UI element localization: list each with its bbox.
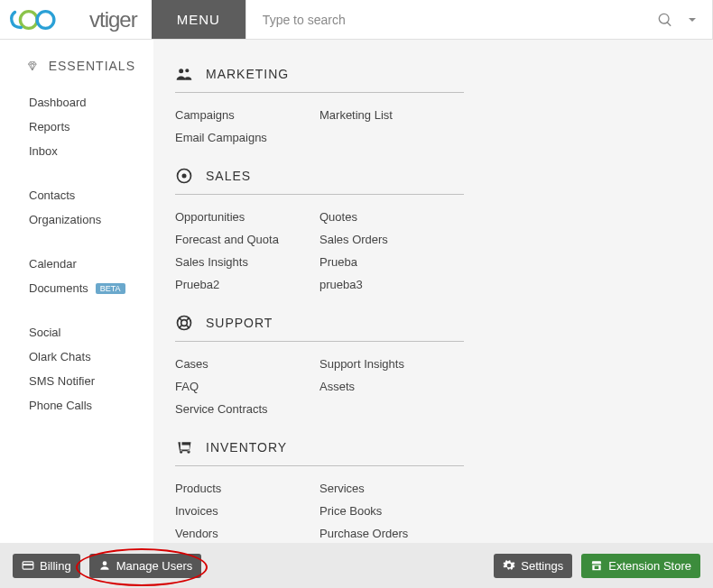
menu-item-marketing-list[interactable]: Marketing List [319,104,464,126]
section-marketing: MARKETING Campaigns Email Campaigns Mark… [175,61,464,149]
menu-item-services[interactable]: Services [319,477,464,500]
billing-button[interactable]: Billing [13,554,80,578]
search-input[interactable] [246,0,645,39]
manage-users-button[interactable]: Manage Users [89,554,202,578]
menu-label: MENU [177,12,220,27]
user-icon [98,559,111,572]
sidebar-item-olark-chats[interactable]: Olark Chats [0,345,153,369]
store-icon [590,559,603,572]
sidebar-item-sms-notifier[interactable]: SMS Notifier [0,369,153,393]
beta-badge: BETA [96,283,125,294]
search-wrap [245,0,713,39]
sidebar-item-inbox[interactable]: Inbox [0,139,153,163]
menu-item-support-insights[interactable]: Support Insights [319,353,464,375]
sidebar-group-1: Dashboard Reports Inbox [0,90,153,163]
logo[interactable]: vtiger [0,0,152,39]
menu-button[interactable]: MENU [152,0,245,39]
menu-item-cases[interactable]: Cases [175,353,319,375]
menu-item-sales-insights[interactable]: Sales Insights [175,251,319,273]
menu-item-assets[interactable]: Assets [319,375,464,398]
menu-item-products[interactable]: Products [175,477,319,500]
menu-item-invoices[interactable]: Invoices [175,500,319,522]
sidebar: ESSENTIALS Dashboard Reports Inbox Conta… [0,40,153,543]
sidebar-item-phone-calls[interactable]: Phone Calls [0,393,153,418]
menu-item-opportunities[interactable]: Opportunities [175,206,319,228]
svg-rect-7 [23,564,33,565]
sidebar-item-organizations[interactable]: Organizations [0,207,153,232]
search-icon[interactable] [658,13,672,27]
svg-point-5 [181,320,188,326]
sidebar-item-calendar[interactable]: Calendar [0,252,153,276]
credit-card-icon [22,559,34,572]
menu-item-quotes[interactable]: Quotes [319,206,464,228]
sidebar-item-dashboard[interactable]: Dashboard [0,90,153,115]
logo-text: vtiger [89,7,137,32]
menu-item-prueba2[interactable]: Prueba2 [175,273,319,296]
menu-item-prueba3[interactable]: prueba3 [319,273,464,296]
svg-point-0 [20,11,37,28]
section-inventory: INVENTORY Products Invoices Vendors Serv… [175,435,464,545]
svg-point-3 [182,174,187,179]
menu-item-sales-orders[interactable]: Sales Orders [319,228,464,251]
life-ring-icon [175,314,193,332]
sidebar-group-2: Contacts Organizations [0,183,153,232]
sidebar-item-contacts[interactable]: Contacts [0,183,153,207]
menu-item-service-contracts[interactable]: Service Contracts [175,398,319,420]
settings-button[interactable]: Settings [494,554,572,578]
extension-store-button[interactable]: Extension Store [581,554,700,578]
diamond-icon [27,58,38,74]
essentials-header: ESSENTIALS [0,58,153,83]
menu-item-prueba[interactable]: Prueba [319,251,464,273]
sidebar-item-social[interactable]: Social [0,320,153,345]
menu-item-price-books[interactable]: Price Books [319,500,464,522]
section-sales: SALES Opportunities Forecast and Quota S… [175,163,464,296]
sidebar-group-3: Calendar Documents BETA [0,252,153,300]
svg-point-1 [37,11,54,28]
logo-icon [7,5,84,35]
menu-item-faq[interactable]: FAQ [175,375,319,398]
footer: Billing Manage Users Settings Extension … [0,543,713,588]
main-panel: MARKETING Campaigns Email Campaigns Mark… [153,40,713,543]
users-icon [175,65,193,83]
topbar: vtiger MENU [0,0,713,40]
sidebar-item-reports[interactable]: Reports [0,115,153,139]
menu-item-forecast-and-quota[interactable]: Forecast and Quota [175,228,319,251]
svg-point-8 [102,561,106,565]
menu-item-vendors[interactable]: Vendors [175,522,319,545]
menu-item-campaigns[interactable]: Campaigns [175,104,319,126]
section-support: SUPPORT Cases FAQ Service Contracts Supp… [175,310,464,420]
essentials-label: ESSENTIALS [49,59,135,73]
gear-icon [503,559,515,572]
menu-item-purchase-orders[interactable]: Purchase Orders [319,522,464,545]
cart-icon [175,438,193,456]
menu-item-email-campaigns[interactable]: Email Campaigns [175,126,319,149]
sidebar-group-4: Social Olark Chats SMS Notifier Phone Ca… [0,320,153,418]
sidebar-item-documents[interactable]: Documents BETA [0,276,153,300]
chevron-down-icon[interactable] [685,13,699,27]
target-icon [175,167,193,185]
